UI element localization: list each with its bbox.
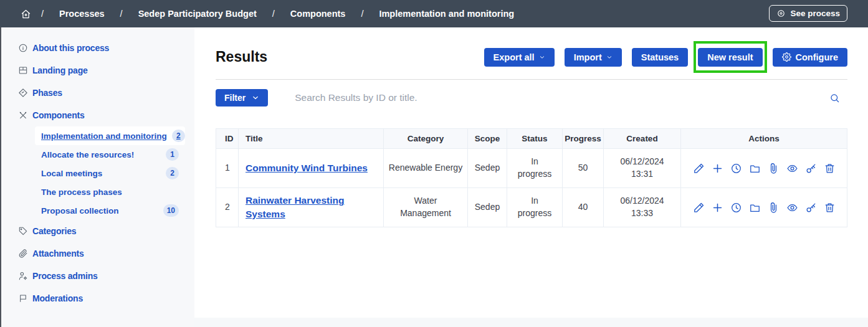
- preview-icon: [776, 9, 786, 18]
- flag-icon: [18, 293, 28, 303]
- count-badge: 2: [172, 130, 185, 142]
- export-all-button[interactable]: Export all: [484, 48, 555, 67]
- folder-icon[interactable]: [749, 202, 761, 214]
- filter-row: Filter: [216, 89, 847, 107]
- see-process-button[interactable]: See process: [769, 5, 847, 22]
- cell-scope: Sedep: [468, 188, 507, 227]
- new-result-button[interactable]: New result: [698, 48, 762, 67]
- sidebar-item-phases[interactable]: Phases: [0, 82, 194, 104]
- paperclip-icon: [18, 249, 28, 258]
- col-header-actions: Actions: [681, 129, 847, 149]
- breadcrumb-process-name[interactable]: Sedep Participatory Budget: [138, 9, 257, 19]
- preview-icon[interactable]: [786, 163, 798, 174]
- delete-icon[interactable]: [824, 163, 836, 174]
- attachment-icon[interactable]: [768, 163, 780, 174]
- sidebar-item-moderations[interactable]: Moderations: [0, 287, 194, 310]
- add-icon[interactable]: [712, 202, 723, 214]
- col-header-id: ID: [216, 129, 239, 149]
- sidebar: About this process Landing page Phases C…: [0, 27, 194, 327]
- col-header-progress: Progress: [563, 129, 604, 149]
- breadcrumb-current[interactable]: Implementation and monitoring: [379, 9, 514, 19]
- col-header-scope: Scope: [468, 129, 507, 149]
- edit-icon[interactable]: [693, 202, 705, 214]
- import-button[interactable]: Import: [565, 48, 622, 67]
- cell-progress: 50: [563, 149, 604, 188]
- sidebar-item-about[interactable]: About this process: [0, 37, 194, 59]
- breadcrumb-processes[interactable]: Processes: [59, 9, 105, 19]
- results-table: ID Title Category Scope Status Progress …: [216, 128, 847, 227]
- user-gear-icon: [18, 271, 28, 281]
- history-icon[interactable]: [730, 202, 742, 214]
- tag-icon: [18, 226, 28, 236]
- cell-category: Water Management: [384, 188, 468, 227]
- cell-status: In progress: [507, 188, 563, 227]
- cell-progress: 40: [563, 188, 604, 227]
- sidebar-subitem-implementation-and-monitoring[interactable]: Implementation and monitoring 2: [35, 126, 185, 145]
- breadcrumb-separator: /: [41, 9, 44, 19]
- breadcrumb: / Processes / Sedep Participatory Budget…: [0, 9, 514, 19]
- phases-icon: [18, 88, 28, 98]
- table-row: 2 Rainwater Harvesting Systems Water Man…: [216, 188, 847, 227]
- chevron-down-icon: [539, 54, 545, 60]
- breadcrumb-separator: /: [272, 9, 275, 19]
- breadcrumb-separator: /: [120, 9, 123, 19]
- sidebar-item-categories[interactable]: Categories: [0, 220, 194, 242]
- chevron-down-icon: [606, 54, 613, 60]
- col-header-created: Created: [604, 129, 681, 149]
- table-header-row: ID Title Category Scope Status Progress …: [216, 129, 847, 149]
- edit-icon[interactable]: [693, 163, 705, 174]
- breadcrumb-components[interactable]: Components: [290, 9, 346, 19]
- row-actions: [681, 202, 847, 214]
- col-header-status: Status: [507, 129, 563, 149]
- col-header-category: Category: [384, 129, 468, 149]
- page-title: Results: [216, 49, 267, 65]
- filter-button[interactable]: Filter: [216, 89, 268, 107]
- table-row: 1 Community Wind Turbines Renewable Ener…: [216, 149, 847, 188]
- main-content: Results Export all Import Statuses N: [194, 27, 868, 318]
- sidebar-item-landing-page[interactable]: Landing page: [0, 59, 194, 82]
- sidebar-subitem-allocate-the-resources[interactable]: Allocate the resources! 1: [35, 145, 185, 164]
- sidebar-item-process-admins[interactable]: Process admins: [0, 265, 194, 287]
- sidebar-subitem-the-process-phases[interactable]: The process phases: [35, 182, 185, 201]
- history-icon[interactable]: [730, 163, 742, 174]
- attachment-icon[interactable]: [768, 202, 780, 214]
- cell-status: In progress: [507, 149, 563, 188]
- cell-id: 2: [216, 188, 239, 227]
- sidebar-item-components[interactable]: Components: [0, 104, 194, 126]
- search-icon[interactable]: [829, 93, 840, 103]
- toolbar: Export all Import Statuses New result: [484, 48, 847, 67]
- breadcrumb-separator: /: [361, 9, 363, 19]
- statuses-button[interactable]: Statuses: [632, 48, 688, 67]
- delete-icon[interactable]: [824, 202, 836, 214]
- col-header-title: Title: [239, 129, 384, 149]
- folder-icon[interactable]: [749, 163, 761, 174]
- cell-created: 06/12/202413:31: [604, 149, 681, 188]
- permissions-key-icon[interactable]: [805, 202, 817, 214]
- home-icon[interactable]: [21, 9, 31, 19]
- components-submenu: Implementation and monitoring 2 Allocate…: [35, 126, 185, 220]
- row-actions: [681, 163, 847, 174]
- search-input[interactable]: [295, 92, 829, 103]
- cell-category: Renewable Energy: [384, 149, 468, 188]
- sidebar-subitem-proposal-collection[interactable]: Proposal collection 10: [35, 201, 185, 220]
- preview-icon[interactable]: [786, 202, 798, 214]
- tools-icon: [18, 110, 28, 120]
- count-badge: 2: [166, 167, 179, 179]
- divider: [216, 79, 847, 80]
- chevron-down-icon: [252, 94, 259, 102]
- sidebar-item-attachments[interactable]: Attachments: [0, 242, 194, 265]
- window-edge: [0, 27, 1, 327]
- result-title-link[interactable]: Rainwater Harvesting Systems: [246, 195, 345, 219]
- permissions-key-icon[interactable]: [805, 163, 817, 174]
- topbar: / Processes / Sedep Participatory Budget…: [0, 0, 868, 27]
- count-badge: 1: [166, 148, 179, 161]
- cell-scope: Sedep: [468, 149, 507, 188]
- cell-created: 06/12/202413:33: [604, 188, 681, 227]
- cell-id: 1: [216, 149, 239, 188]
- add-icon[interactable]: [712, 163, 723, 174]
- sidebar-subitem-local-meetings[interactable]: Local meetings 2: [35, 164, 185, 182]
- result-title-link[interactable]: Community Wind Turbines: [246, 163, 368, 173]
- count-badge: 10: [163, 204, 179, 217]
- configure-button[interactable]: Configure: [773, 48, 847, 67]
- info-icon: [18, 43, 28, 53]
